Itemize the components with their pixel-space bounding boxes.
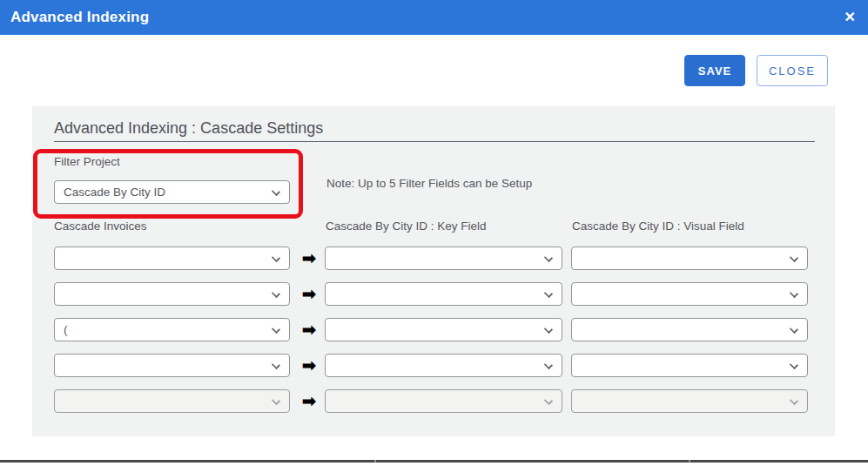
modal-titlebar: Advanced Indexing ✕ [0, 0, 868, 35]
bottom-edge-gap [689, 460, 690, 463]
chevron-down-icon [544, 289, 553, 298]
cascade-invoices-select-1[interactable] [54, 247, 290, 270]
chevron-down-icon [272, 361, 280, 369]
modal-title: Advanced Indexing [0, 9, 149, 26]
arrow-right-icon: ➡ [299, 247, 320, 270]
arrow-right-icon: ➡ [299, 389, 320, 413]
chevron-down-icon [272, 253, 280, 262]
visual-field-select-2[interactable] [571, 282, 808, 306]
visual-field-select-3[interactable] [571, 318, 808, 341]
visual-field-select-4[interactable] [571, 354, 808, 377]
chevron-down-icon [790, 253, 798, 262]
chevron-down-icon [272, 325, 280, 334]
arrow-right-icon: ➡ [299, 354, 320, 377]
arrow-right-icon: ➡ [299, 318, 320, 341]
key-field-select-2[interactable] [325, 282, 562, 306]
column-header-cascade-invoices: Cascade Invoices [54, 219, 147, 233]
chevron-down-icon [790, 325, 798, 334]
note-text: Note: Up to 5 Filter Fields can be Setup [326, 177, 532, 190]
arrow-right-icon: ➡ [299, 282, 320, 306]
key-field-select-5 [325, 389, 562, 413]
chevron-down-icon [544, 361, 553, 369]
cascade-invoices-select-4[interactable] [54, 354, 290, 377]
close-icon[interactable]: ✕ [844, 10, 856, 24]
select-value: ( [64, 323, 68, 336]
visual-field-select-5 [571, 389, 808, 413]
visual-field-select-1[interactable] [571, 247, 808, 270]
chevron-down-icon [272, 187, 280, 196]
chevron-down-icon [544, 253, 553, 262]
chevron-down-icon [544, 396, 553, 405]
chevron-down-icon [790, 361, 798, 369]
close-button[interactable]: CLOSE [757, 55, 828, 86]
heading-divider [54, 141, 815, 142]
chevron-down-icon [544, 325, 553, 334]
chevron-down-icon [790, 289, 798, 298]
panel-heading: Advanced Indexing : Cascade Settings [54, 119, 323, 138]
key-field-select-1[interactable] [325, 247, 562, 270]
cascade-invoices-select-3[interactable]: ( [54, 318, 290, 341]
cascade-settings-panel: Advanced Indexing : Cascade Settings Fil… [32, 106, 835, 436]
column-header-visual-field: Cascade By City ID : Visual Field [572, 219, 744, 233]
key-field-select-4[interactable] [325, 354, 562, 377]
filter-project-value: Cascade By City ID [64, 186, 165, 199]
bottom-edge-gap [374, 460, 376, 463]
column-header-key-field: Cascade By City ID : Key Field [326, 219, 487, 233]
key-field-select-3[interactable] [325, 318, 562, 341]
save-button[interactable]: SAVE [684, 55, 745, 86]
cascade-invoices-select-5 [54, 389, 290, 413]
cascade-invoices-select-2[interactable] [54, 282, 290, 306]
chevron-down-icon [272, 396, 280, 405]
filter-project-label: Filter Project [54, 155, 120, 168]
chevron-down-icon [790, 396, 798, 405]
bottom-edge-divider [0, 460, 868, 463]
chevron-down-icon [272, 289, 280, 298]
filter-project-select[interactable]: Cascade By City ID [54, 180, 290, 204]
